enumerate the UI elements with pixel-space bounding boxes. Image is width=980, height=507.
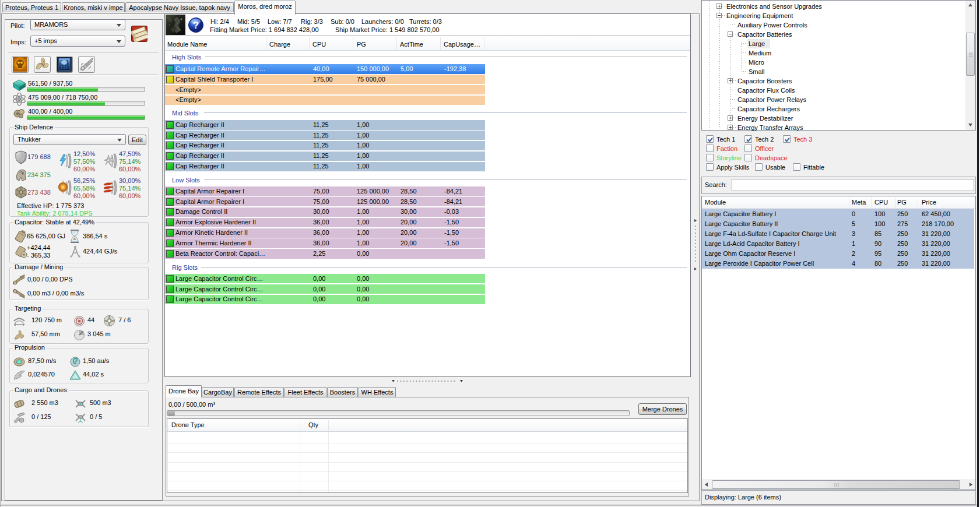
svg-text:?: ? — [193, 20, 199, 31]
